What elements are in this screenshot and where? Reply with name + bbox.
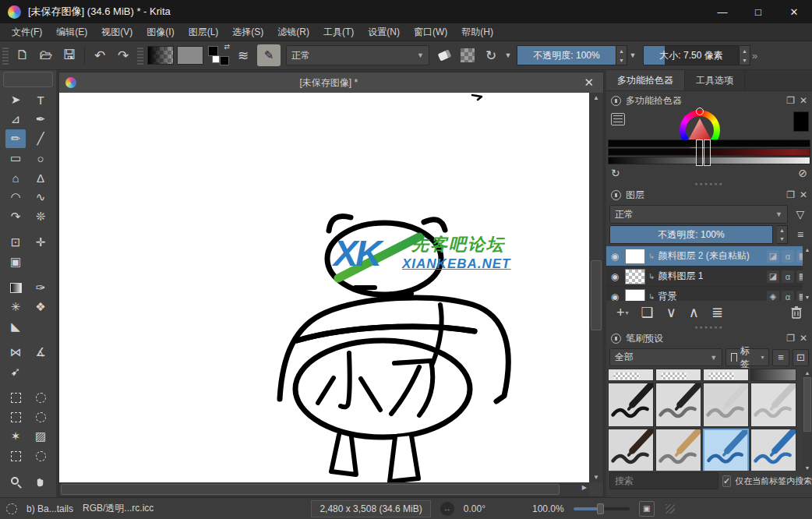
dock-tab-工具选项[interactable]: 工具选项 xyxy=(685,70,745,90)
layer-thumbnail[interactable] xyxy=(625,249,645,264)
pattern-preview-button[interactable] xyxy=(177,46,203,65)
brush-preset-airbrush-soft[interactable] xyxy=(750,383,796,427)
color-selector-settings-icon[interactable] xyxy=(611,113,625,125)
gradient-tool-tool-button[interactable] xyxy=(5,278,26,297)
layer-options-icon[interactable]: ≡ xyxy=(792,228,809,241)
layer-list-scrollbar[interactable]: ▲▼ xyxy=(803,246,812,301)
brush-preset-ink-brush[interactable] xyxy=(655,383,701,427)
bezier-curve-tool-tool-button[interactable]: ◠ xyxy=(5,188,26,207)
layer-row-2[interactable]: ◉↳背景◈α▦ xyxy=(606,287,812,301)
layer-opacity-spinner[interactable]: ▲▼ xyxy=(777,225,788,244)
freehand-brush-tool-button[interactable]: ✏ xyxy=(5,129,26,148)
maximize-button[interactable]: □ xyxy=(740,0,776,23)
fit-canvas-button[interactable]: ▣ xyxy=(639,501,655,517)
toolbox-header[interactable] xyxy=(3,72,53,87)
similar-color-select-tool-button[interactable]: ▨ xyxy=(30,427,51,446)
float-panel-icon[interactable]: ❐ xyxy=(786,333,795,344)
color-bar-handles[interactable] xyxy=(696,139,711,166)
smart-patch-tool-button[interactable]: ❖ xyxy=(30,298,51,316)
background-color-swatch[interactable] xyxy=(212,55,220,63)
select-shapes-tool-button[interactable]: ➤ xyxy=(5,90,26,109)
crop-tool-tool-button[interactable]: ▣ xyxy=(5,252,26,271)
open-document-button[interactable]: 🗁 xyxy=(34,44,58,66)
close-panel-icon[interactable]: ✕ xyxy=(800,189,807,200)
brush-menu-button[interactable]: ≡ xyxy=(772,349,789,366)
search-in-tag-checkbox[interactable]: ✓ xyxy=(722,475,731,487)
brush-preset-partial-3[interactable] xyxy=(750,369,796,381)
layer-row-1[interactable]: ◉↳颜料图层 1◪α▦ xyxy=(606,267,812,287)
resize-grip[interactable] xyxy=(665,504,675,514)
brush-view-mode-button[interactable]: ⊡ xyxy=(793,349,809,366)
alpha-lock-icon[interactable]: α xyxy=(782,270,794,283)
zoom-slider[interactable] xyxy=(574,507,630,510)
refresh-icon[interactable]: ↻ xyxy=(611,167,620,179)
layer-thumbnail[interactable] xyxy=(625,289,645,302)
panel-lock-icon[interactable] xyxy=(611,96,621,106)
subwindow-title-bar[interactable]: [未保存图像] * ✕ xyxy=(59,72,603,93)
layer-visibility-icon[interactable]: ◉ xyxy=(608,251,622,262)
brush-preset-partial-1[interactable] xyxy=(655,369,701,381)
contiguous-select-tool-button[interactable]: ✶ xyxy=(5,427,26,446)
eraser-mode-button[interactable] xyxy=(432,44,456,66)
pan-tool-tool-button[interactable] xyxy=(30,472,51,491)
scroll-right-icon[interactable]: ▶ xyxy=(582,484,587,491)
panel-lock-icon[interactable] xyxy=(611,190,621,200)
brush-search-input[interactable] xyxy=(609,472,718,489)
multibrush-tool-button[interactable]: ❊ xyxy=(30,207,51,226)
freehand-path-tool-tool-button[interactable]: ∿ xyxy=(30,188,51,207)
layer-thumbnail[interactable] xyxy=(625,269,645,284)
alpha-lock-icon[interactable]: α xyxy=(782,291,794,302)
canvas-vertical-scrollbar[interactable]: ▲ ▼ xyxy=(589,93,603,482)
move-layer-down-button[interactable]: ∨ xyxy=(661,304,682,321)
ellipse-select-tool-button[interactable] xyxy=(30,388,51,407)
edit-brush-settings-button[interactable]: ✎ xyxy=(257,44,281,66)
menu-item-0[interactable]: 文件(F) xyxy=(5,23,49,41)
subwindow-close-button[interactable]: ✕ xyxy=(581,76,597,90)
delete-layer-button[interactable] xyxy=(786,306,807,319)
layer-expand-icon[interactable]: ↳ xyxy=(648,272,655,281)
layer-opacity-slider[interactable]: 不透明度: 100% xyxy=(609,225,773,244)
canvas-horizontal-scrollbar[interactable]: ▶ xyxy=(59,482,589,496)
layer-expand-icon[interactable]: ↳ xyxy=(648,292,655,301)
preserve-alpha-button[interactable] xyxy=(456,44,479,66)
bezier-select-tool-button[interactable] xyxy=(5,447,26,465)
brush-size-slider[interactable]: 大小: 7.50 像素 xyxy=(643,45,740,65)
layer-row-0[interactable]: ◉↳颜料图层 2 (来自粘贴)◪α▦ xyxy=(606,246,812,267)
move-tool-tool-button[interactable]: ✛ xyxy=(30,233,51,252)
line-tool-tool-button[interactable]: ╱ xyxy=(30,129,51,148)
scroll-up-icon[interactable]: ▲ xyxy=(589,94,603,101)
close-panel-icon[interactable]: ✕ xyxy=(800,95,807,106)
calligraphy-tool-tool-button[interactable]: ✒ xyxy=(30,110,51,129)
magnetic-select-tool-button[interactable] xyxy=(30,447,51,465)
opacity-dropdown-arrow[interactable]: ▼ xyxy=(627,51,638,59)
toolbar-grip-2[interactable] xyxy=(137,46,143,65)
canvas[interactable]: XK 先客吧论坛 XIANKEBA.NET xyxy=(59,93,589,482)
brush-preset-paint-round[interactable] xyxy=(655,429,701,471)
gradient-preview-button[interactable] xyxy=(147,46,174,65)
hscroll-thumb[interactable] xyxy=(61,484,560,495)
fg-bg-color-selector[interactable]: ⇄ xyxy=(207,45,229,65)
color-sampler-tool-button[interactable]: ✑ xyxy=(30,278,51,297)
dock-tab-多功能拾色器[interactable]: 多功能拾色器 xyxy=(606,70,685,90)
layer-blend-mode-dropdown[interactable]: 正常 ▼ xyxy=(609,205,788,224)
float-panel-icon[interactable]: ❐ xyxy=(786,189,795,200)
menu-item-3[interactable]: 图像(I) xyxy=(139,23,181,41)
menu-item-6[interactable]: 滤镜(R) xyxy=(270,23,316,41)
size-spinner[interactable]: ▲▼ xyxy=(740,45,750,65)
menu-item-1[interactable]: 编辑(E) xyxy=(49,23,94,41)
layer-expand-icon[interactable]: ↳ xyxy=(648,252,655,260)
menu-item-5[interactable]: 选择(S) xyxy=(225,23,270,41)
menu-item-2[interactable]: 视图(V) xyxy=(94,23,139,41)
menu-item-10[interactable]: 帮助(H) xyxy=(454,23,500,41)
ellipse-tool-tool-button[interactable]: ○ xyxy=(30,149,51,168)
layer-lock-icon[interactable]: ◪ xyxy=(767,270,779,283)
sv-triangle[interactable] xyxy=(687,118,712,142)
zoom-slider-thumb[interactable] xyxy=(597,503,604,514)
layer-lock-icon[interactable]: ◪ xyxy=(767,250,779,263)
brush-preset-partial-0[interactable] xyxy=(608,369,654,381)
brush-preset-watercolor-blue[interactable] xyxy=(703,429,749,471)
minimize-button[interactable]: — xyxy=(704,0,740,23)
polyline-tool-tool-button[interactable]: Δ xyxy=(30,168,51,187)
menu-item-9[interactable]: 窗口(W) xyxy=(407,23,454,41)
toolbar-grip[interactable] xyxy=(2,46,9,65)
